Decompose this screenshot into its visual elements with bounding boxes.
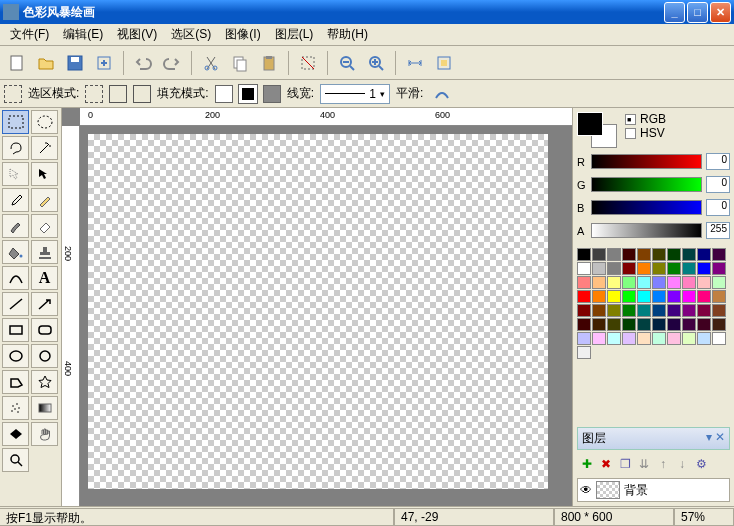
palette-swatch[interactable]: [697, 290, 711, 303]
palette-swatch[interactable]: [697, 262, 711, 275]
layer-delete[interactable]: ✖: [598, 456, 614, 472]
palette-swatch[interactable]: [577, 290, 591, 303]
palette-swatch[interactable]: [712, 276, 726, 289]
palette-swatch[interactable]: [712, 332, 726, 345]
tool-eyedropper[interactable]: [2, 188, 29, 212]
palette-swatch[interactable]: [637, 276, 651, 289]
tool-ellipse[interactable]: [2, 344, 29, 368]
paste-button[interactable]: [256, 50, 282, 76]
palette-swatch[interactable]: [637, 248, 651, 261]
a-value[interactable]: 255: [706, 222, 730, 239]
tool-zoom[interactable]: [2, 448, 29, 472]
palette-swatch[interactable]: [592, 276, 606, 289]
palette-swatch[interactable]: [577, 346, 591, 359]
palette-swatch[interactable]: [637, 304, 651, 317]
tool-bucket[interactable]: [2, 240, 29, 264]
palette-swatch[interactable]: [622, 318, 636, 331]
palette-swatch[interactable]: [592, 304, 606, 317]
g-value[interactable]: 0: [706, 176, 730, 193]
palette-swatch[interactable]: [697, 318, 711, 331]
palette-swatch[interactable]: [607, 318, 621, 331]
deselect-button[interactable]: [295, 50, 321, 76]
palette-swatch[interactable]: [622, 304, 636, 317]
cut-button[interactable]: [198, 50, 224, 76]
palette-swatch[interactable]: [667, 304, 681, 317]
palette-swatch[interactable]: [697, 304, 711, 317]
palette-swatch[interactable]: [622, 290, 636, 303]
palette-swatch[interactable]: [622, 276, 636, 289]
palette-swatch[interactable]: [667, 290, 681, 303]
r-value[interactable]: 0: [706, 153, 730, 170]
layer-merge[interactable]: ⇊: [636, 456, 652, 472]
palette-swatch[interactable]: [607, 276, 621, 289]
tool-spray[interactable]: [2, 396, 29, 420]
menu-file[interactable]: 文件(F): [4, 24, 55, 45]
menu-view[interactable]: 视图(V): [111, 24, 163, 45]
palette-swatch[interactable]: [652, 276, 666, 289]
palette-swatch[interactable]: [682, 290, 696, 303]
tool-arrow[interactable]: [31, 292, 58, 316]
selection-shape-icon[interactable]: [4, 85, 22, 103]
palette-swatch[interactable]: [637, 262, 651, 275]
palette-swatch[interactable]: [607, 304, 621, 317]
palette-swatch[interactable]: [577, 304, 591, 317]
palette-swatch[interactable]: [697, 276, 711, 289]
palette-swatch[interactable]: [637, 318, 651, 331]
palette-swatch[interactable]: [607, 290, 621, 303]
palette-swatch[interactable]: [607, 248, 621, 261]
tool-rect-select[interactable]: [2, 110, 29, 134]
menu-layer[interactable]: 图层(L): [269, 24, 320, 45]
palette-swatch[interactable]: [592, 248, 606, 261]
g-slider[interactable]: [591, 177, 702, 192]
palette-swatch[interactable]: [697, 332, 711, 345]
tool-ellipse-select[interactable]: [31, 110, 58, 134]
menu-edit[interactable]: 编辑(E): [57, 24, 109, 45]
menu-help[interactable]: 帮助(H): [321, 24, 374, 45]
layers-menu-icon[interactable]: ▾ ✕: [706, 430, 725, 447]
export-button[interactable]: [91, 50, 117, 76]
open-button[interactable]: [33, 50, 59, 76]
fill-solid[interactable]: [263, 85, 281, 103]
b-value[interactable]: 0: [706, 199, 730, 216]
palette-swatch[interactable]: [712, 318, 726, 331]
new-button[interactable]: [4, 50, 30, 76]
layer-up[interactable]: ↑: [655, 456, 671, 472]
palette-swatch[interactable]: [592, 262, 606, 275]
palette-swatch[interactable]: [577, 318, 591, 331]
tool-pencil[interactable]: [31, 188, 58, 212]
palette-swatch[interactable]: [652, 332, 666, 345]
palette-swatch[interactable]: [577, 276, 591, 289]
palette-swatch[interactable]: [667, 332, 681, 345]
tool-brush[interactable]: [2, 214, 29, 238]
palette-swatch[interactable]: [592, 332, 606, 345]
b-slider[interactable]: [591, 200, 702, 215]
palette-swatch[interactable]: [652, 248, 666, 261]
palette-swatch[interactable]: [712, 262, 726, 275]
palette-swatch[interactable]: [712, 290, 726, 303]
r-slider[interactable]: [591, 154, 702, 169]
tool-shape-fill[interactable]: [2, 422, 29, 446]
palette-swatch[interactable]: [667, 262, 681, 275]
layer-down[interactable]: ↓: [674, 456, 690, 472]
zoom-in-button[interactable]: [363, 50, 389, 76]
palette-swatch[interactable]: [607, 262, 621, 275]
tool-polygon[interactable]: [2, 370, 29, 394]
layer-row[interactable]: 👁 背景: [577, 478, 730, 502]
foreground-color[interactable]: [577, 112, 603, 136]
palette-swatch[interactable]: [682, 248, 696, 261]
palette-swatch[interactable]: [667, 318, 681, 331]
palette-swatch[interactable]: [682, 304, 696, 317]
layer-props[interactable]: ⚙: [693, 456, 709, 472]
undo-button[interactable]: [130, 50, 156, 76]
palette-swatch[interactable]: [667, 248, 681, 261]
palette-swatch[interactable]: [682, 262, 696, 275]
palette-swatch[interactable]: [622, 262, 636, 275]
palette-swatch[interactable]: [652, 262, 666, 275]
layer-visibility-icon[interactable]: 👁: [580, 483, 592, 497]
canvas[interactable]: [88, 134, 548, 489]
select-mode-new[interactable]: [85, 85, 103, 103]
palette-swatch[interactable]: [622, 248, 636, 261]
tool-lasso[interactable]: [2, 136, 29, 160]
palette-swatch[interactable]: [577, 248, 591, 261]
fit-screen-button[interactable]: [431, 50, 457, 76]
